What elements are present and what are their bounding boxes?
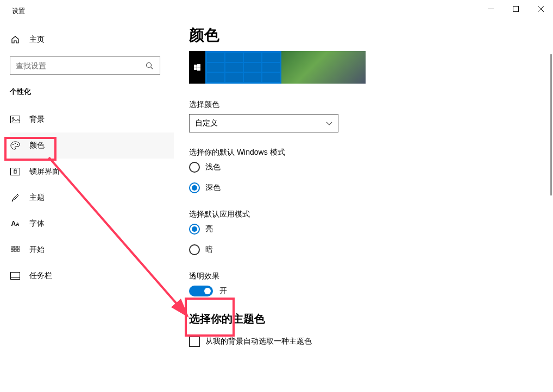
svg-rect-16 [11, 249, 13, 251]
home-label: 主页 [29, 35, 45, 45]
radio-icon [189, 182, 200, 193]
palette-icon [10, 141, 21, 150]
scrollbar[interactable] [550, 54, 552, 195]
svg-rect-18 [17, 249, 20, 251]
sidebar-item-label: 字体 [29, 219, 45, 229]
checkbox-icon [189, 336, 200, 347]
accent-color-heading: 选择你的主题色 [189, 312, 537, 326]
brush-icon [10, 193, 21, 202]
radio-label: 浅色 [205, 162, 221, 172]
radio-bright[interactable]: 亮 [189, 224, 537, 235]
radio-label: 亮 [205, 224, 213, 234]
radio-label: 暗 [205, 245, 213, 255]
window-controls [478, 0, 553, 17]
radio-icon [189, 244, 200, 255]
svg-rect-15 [17, 246, 20, 248]
svg-rect-17 [14, 249, 16, 251]
app-mode-label: 选择默认应用模式 [189, 210, 537, 219]
section-heading: 个性化 [10, 87, 174, 97]
sidebar-item-label: 背景 [29, 115, 45, 124]
svg-rect-22 [197, 64, 200, 67]
close-button[interactable] [528, 0, 553, 17]
sidebar-item-colors[interactable]: 颜色 [10, 132, 174, 159]
svg-rect-23 [194, 67, 197, 70]
svg-rect-14 [14, 246, 16, 248]
radio-light[interactable]: 浅色 [189, 162, 537, 173]
toggle-state: 开 [219, 286, 227, 296]
svg-line-5 [151, 67, 153, 69]
sidebar-item-start[interactable]: 开始 [10, 237, 174, 263]
color-preview [189, 51, 366, 84]
svg-rect-13 [11, 246, 13, 248]
sidebar-item-lockscreen[interactable]: 锁屏界面 [10, 159, 174, 185]
choose-color-label: 选择颜色 [189, 100, 537, 110]
radio-label: 深色 [205, 183, 221, 193]
svg-rect-19 [11, 273, 20, 280]
auto-pick-checkbox[interactable]: 从我的背景自动选取一种主题色 [189, 336, 537, 347]
page-title: 颜色 [189, 25, 537, 46]
sidebar-item-label: 锁屏界面 [29, 167, 60, 176]
home-link[interactable]: 主页 [10, 28, 174, 51]
taskbar-icon [10, 272, 21, 280]
search-field[interactable] [16, 61, 144, 70]
maximize-button[interactable] [503, 0, 528, 17]
sidebar-item-background[interactable]: 背景 [10, 106, 174, 132]
sidebar-item-label: 主题 [29, 193, 45, 203]
sidebar-item-label: 颜色 [29, 141, 45, 150]
radio-darkapp[interactable]: 暗 [189, 244, 537, 255]
svg-rect-1 [513, 6, 518, 11]
home-icon [10, 35, 21, 44]
transparency-label: 透明效果 [189, 271, 537, 281]
font-icon: AA [10, 220, 21, 227]
svg-rect-24 [197, 67, 200, 71]
checkbox-label: 从我的背景自动选取一种主题色 [205, 337, 312, 346]
radio-icon [189, 224, 200, 235]
minimize-button[interactable] [478, 0, 503, 17]
sidebar-item-fonts[interactable]: AA 字体 [10, 211, 174, 237]
sidebar-item-label: 开始 [29, 245, 45, 255]
svg-point-10 [17, 144, 18, 145]
chevron-down-icon [326, 119, 332, 128]
svg-point-8 [12, 144, 14, 145]
transparency-toggle[interactable] [189, 286, 213, 296]
start-icon [10, 246, 21, 254]
search-input[interactable] [10, 56, 160, 75]
svg-rect-12 [14, 170, 16, 173]
svg-point-4 [147, 63, 152, 68]
radio-dark[interactable]: 深色 [189, 182, 537, 193]
sidebar-item-label: 任务栏 [29, 271, 52, 281]
lock-screen-icon [10, 168, 21, 175]
image-icon [10, 116, 21, 123]
sidebar-item-taskbar[interactable]: 任务栏 [10, 263, 174, 289]
windows-mode-label: 选择你的默认 Windows 模式 [189, 148, 537, 157]
svg-rect-21 [194, 65, 197, 67]
dropdown-value: 自定义 [195, 118, 218, 128]
window-title: 设置 [12, 7, 25, 16]
choose-color-dropdown[interactable]: 自定义 [189, 114, 338, 132]
sidebar-item-themes[interactable]: 主题 [10, 185, 174, 211]
preview-start-icon [189, 51, 205, 84]
radio-icon [189, 162, 200, 173]
svg-point-9 [15, 143, 16, 144]
search-icon [144, 61, 154, 71]
svg-point-7 [12, 118, 14, 119]
